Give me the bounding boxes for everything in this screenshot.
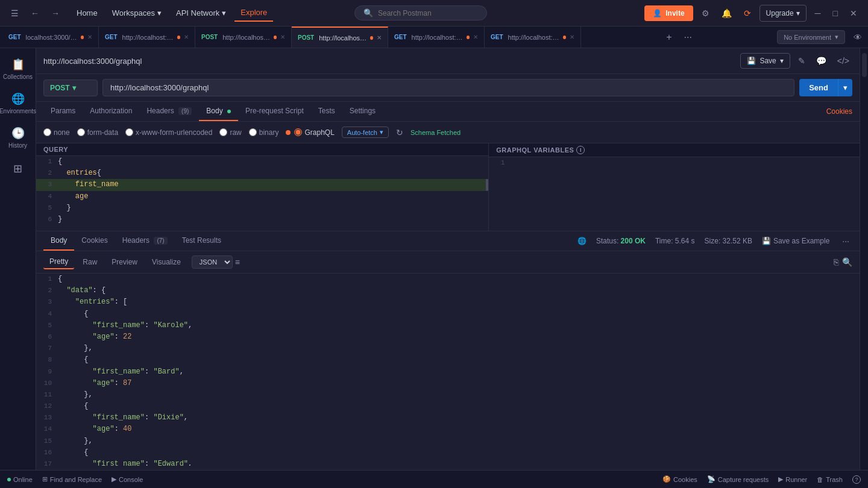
invite-button[interactable]: 👤 Invite: [644, 5, 693, 21]
option-form-data[interactable]: form-data: [77, 128, 118, 137]
cookies-icon: 🍪: [662, 475, 671, 483]
back-button[interactable]: ←: [27, 6, 43, 20]
maximize-button[interactable]: □: [829, 6, 841, 20]
tab-1[interactable]: GET localhost:3000/jsontox ✕: [2, 27, 99, 48]
cookies-link[interactable]: Cookies: [826, 107, 852, 116]
sidebar-item-collections[interactable]: 📋 Collections: [0, 53, 36, 85]
bottom-cookies[interactable]: 🍪 Cookies: [662, 475, 697, 483]
tab-close-1[interactable]: ✕: [87, 34, 92, 40]
format-type-select[interactable]: JSON XML HTML Text: [192, 255, 233, 269]
save-button[interactable]: 💾 Save ▾: [740, 53, 790, 69]
bottom-trash[interactable]: 🗑 Trash: [817, 476, 843, 483]
notifications-button[interactable]: 🔔: [718, 6, 735, 20]
bottom-capture-requests[interactable]: 📡 Capture requests: [707, 475, 769, 483]
option-none[interactable]: none: [43, 128, 70, 137]
tab-headers[interactable]: Headers (9): [139, 102, 199, 121]
json-line-17: 17 "first_name": "Edward",: [36, 458, 860, 466]
tab-6[interactable]: GET http://localhost:3000/r ✕: [485, 27, 581, 48]
format-preview[interactable]: Preview: [105, 255, 143, 269]
eye-button[interactable]: 👁: [850, 30, 866, 45]
bottom-runner[interactable]: ▶ Runner: [778, 475, 807, 483]
code-button[interactable]: </>: [834, 53, 852, 69]
sidebar-item-environments[interactable]: 🌐 Environments: [0, 87, 36, 119]
json-line-2: 2 "data": {: [36, 285, 860, 296]
format-pretty[interactable]: Pretty: [43, 255, 74, 269]
tab-close-3[interactable]: ✕: [280, 34, 285, 40]
tab-settings[interactable]: Settings: [342, 102, 383, 121]
autofetch-button[interactable]: Auto-fetch ▾: [342, 127, 389, 138]
tab-dot-1: [81, 36, 84, 39]
save-icon-small: 💾: [762, 237, 771, 245]
json-line-5: 5 "first_name": "Karole",: [36, 320, 860, 331]
bottom-help[interactable]: ?: [852, 475, 861, 484]
explore-nav-link[interactable]: Explore: [234, 4, 273, 22]
search-input[interactable]: [378, 9, 462, 17]
settings-button[interactable]: ⚙: [698, 6, 713, 20]
sidebar-add-button[interactable]: ⊞: [10, 158, 26, 179]
tabs-bar: GET localhost:3000/jsontox ✕ GET http://…: [0, 27, 868, 48]
save-example-button[interactable]: 💾 Save as Example: [762, 237, 829, 245]
tab-close-2[interactable]: ✕: [184, 34, 189, 40]
scroll-thumb[interactable]: [862, 53, 867, 77]
minimize-button[interactable]: ─: [811, 6, 825, 20]
tab-body[interactable]: Body: [199, 102, 238, 121]
send-button[interactable]: Home Send: [799, 79, 838, 96]
tab-4-active[interactable]: POST http://localhost:3000/t ✕: [292, 27, 388, 48]
response-tab-headers[interactable]: Headers (7): [115, 231, 175, 251]
tab-tests[interactable]: Tests: [311, 102, 342, 121]
workspaces-nav-link[interactable]: Workspaces ▾: [106, 4, 168, 22]
tab-5[interactable]: GET http://localhost:3000/t ✕: [388, 27, 485, 48]
forward-button[interactable]: →: [48, 6, 63, 20]
search-bar[interactable]: 🔍: [354, 5, 487, 20]
copy-response-button[interactable]: ⎘: [834, 257, 838, 267]
query-line-4: 4 age: [36, 191, 488, 202]
comment-button[interactable]: 💬: [813, 53, 829, 69]
bottom-console[interactable]: ▶ Console: [112, 475, 143, 483]
option-graphql[interactable]: GraphQL: [286, 128, 334, 137]
json-line-15: 15 },: [36, 436, 860, 447]
close-button[interactable]: ✕: [846, 6, 861, 20]
vars-line-1: 1: [489, 157, 860, 169]
edit-button[interactable]: ✎: [795, 53, 808, 69]
tab-pre-request[interactable]: Pre-request Script: [238, 102, 311, 121]
response-tab-cookies[interactable]: Cookies: [74, 231, 115, 251]
send-dropdown-button[interactable]: ▾: [838, 79, 852, 96]
method-select[interactable]: POST ▾: [43, 80, 98, 96]
url-input[interactable]: [102, 79, 794, 96]
query-line-3: 3 first_name: [36, 179, 488, 190]
more-tabs-button[interactable]: ···: [679, 30, 697, 45]
tab-3[interactable]: POST http://localhost:3000/t ✕: [195, 27, 292, 48]
filter-button[interactable]: ≡: [235, 257, 240, 267]
option-raw[interactable]: raw: [219, 128, 241, 137]
query-editor[interactable]: 1 { 2 entries{ 3 first_name 4: [36, 156, 488, 231]
response-tab-body[interactable]: Body: [43, 231, 74, 251]
tab-authorization[interactable]: Authorization: [83, 102, 139, 121]
tab-close-6[interactable]: ✕: [570, 34, 574, 40]
runner-icon: ▶: [778, 475, 783, 483]
search-response-button[interactable]: 🔍: [842, 257, 852, 267]
json-output[interactable]: 1 { 2 "data": { 3 "entries": [ 4 { 5: [36, 274, 860, 466]
more-response-options-button[interactable]: ···: [839, 233, 852, 249]
vars-editor[interactable]: 1: [489, 157, 860, 231]
add-tab-button[interactable]: +: [661, 30, 676, 45]
environment-selector[interactable]: No Environment ▾: [777, 30, 845, 44]
sidebar-item-history[interactable]: 🕒 History: [0, 122, 36, 154]
tab-params[interactable]: Params: [43, 102, 83, 121]
upgrade-button[interactable]: Upgrade ▾: [760, 5, 807, 22]
format-raw[interactable]: Raw: [77, 255, 103, 269]
tab-close-5[interactable]: ✕: [473, 34, 478, 40]
bottom-find-replace[interactable]: ⊞ Find and Replace: [42, 475, 102, 483]
capture-icon: 📡: [707, 475, 715, 483]
api-network-nav-link[interactable]: API Network ▾: [170, 4, 232, 22]
menu-button[interactable]: ☰: [7, 6, 22, 20]
option-urlencoded[interactable]: x-www-form-urlencoded: [125, 128, 212, 137]
format-visualize[interactable]: Visualize: [146, 255, 187, 269]
response-tab-test-results[interactable]: Test Results: [175, 231, 228, 251]
refresh-icon[interactable]: ↻: [396, 128, 403, 137]
home-nav-link[interactable]: Home: [71, 4, 104, 22]
tab-2[interactable]: GET http://localhost:3000/t ✕: [99, 27, 195, 48]
tab-close-4[interactable]: ✕: [377, 34, 382, 41]
sync-button[interactable]: ⟳: [740, 6, 755, 20]
tab-url-6: http://localhost:3000/r: [508, 34, 560, 41]
option-binary[interactable]: binary: [249, 128, 279, 137]
